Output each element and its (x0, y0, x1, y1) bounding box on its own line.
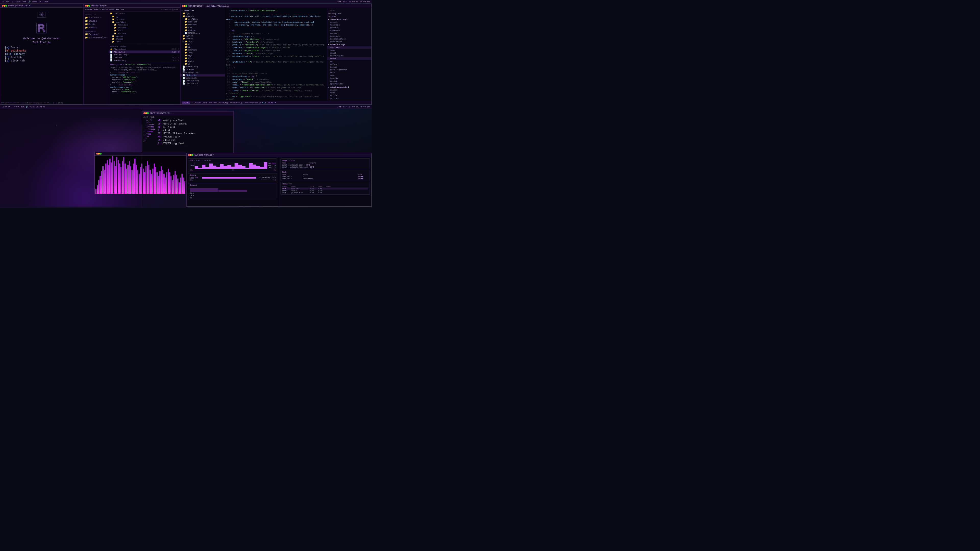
sidebar-external[interactable]: 📁 External (83, 33, 109, 36)
tree-personal[interactable]: 📁 personal (180, 23, 225, 26)
qute-menu-newtab[interactable]: [t] New tab (5, 56, 78, 59)
outline-font[interactable]: font (327, 74, 371, 77)
tree-user[interactable]: ▸ 📁 user (180, 40, 225, 43)
outline-defaultroamdir[interactable]: defaultRoamDir (327, 68, 371, 71)
outline-wm[interactable]: wm (327, 60, 371, 63)
tree-readme-profiles[interactable]: 📄 README.org (180, 32, 225, 35)
editor-min[interactable] (184, 5, 186, 7)
outline-wmtype[interactable]: wmType (327, 63, 371, 65)
outline-grubdevice[interactable]: grubDevice (327, 40, 371, 43)
tree-harden[interactable]: 📄 harden.sh (180, 76, 225, 79)
nf-max[interactable] (147, 112, 149, 114)
outline-username[interactable]: username (327, 46, 371, 49)
files-close-dot[interactable] (85, 5, 87, 6)
nf-user-val: emmet @ snowfire (163, 119, 183, 122)
outline-nx-name[interactable]: name (327, 91, 371, 94)
outline-locale[interactable]: locale (327, 32, 371, 35)
qute-menu-search[interactable]: [o] Search (5, 46, 78, 49)
outline-hostname[interactable]: hostname (327, 24, 371, 26)
editor-max[interactable] (186, 5, 187, 7)
tree-readme[interactable]: 📄 README.org (180, 65, 225, 68)
eq-min[interactable] (98, 153, 100, 155)
outline-pkgs[interactable]: ▸ pkgs (327, 100, 371, 101)
outline-description[interactable]: description (327, 12, 371, 15)
outline-nx-patches[interactable]: patches (327, 97, 371, 100)
tree-hardware[interactable]: 📁 hardware (180, 48, 225, 51)
outline-nx-system[interactable]: system (327, 89, 371, 91)
eq-bar (115, 166, 116, 194)
tree-pkgs[interactable]: 📁 pkgs (180, 54, 225, 57)
outline-email[interactable]: email (327, 52, 371, 54)
tree-install-sh[interactable]: 📄 install.sh (180, 82, 225, 85)
outline-spawneditor[interactable]: spawnEditor (327, 83, 371, 85)
files-toolbar: ~/home/emmet/.dotfiles/flake.nix rapidas… (83, 8, 180, 12)
outline-nixpkgs-patched[interactable]: ▸ nixpkgs-patched (327, 86, 371, 89)
tree-desktop-png[interactable]: 🖼 desktop.png (180, 71, 225, 74)
outline-outputs[interactable]: outputs (327, 15, 371, 18)
statusbar2-sep: | (11, 106, 13, 108)
close-dot[interactable] (2, 5, 3, 6)
tree-flake-nix[interactable]: 📄 flake.nix (180, 74, 225, 76)
htop-close[interactable] (188, 154, 190, 156)
sidebar-octave[interactable]: 📁 octave-work-~ (83, 36, 109, 39)
outline-usersettings[interactable]: ▾ userSettings (327, 43, 371, 46)
outline-name[interactable]: name (327, 49, 371, 52)
statusbar-wifi: 20% (22, 0, 26, 3)
eq-bar (159, 171, 160, 194)
tree-homelab[interactable]: 📁 home.lab (180, 21, 225, 23)
editor-close[interactable] (182, 5, 184, 7)
outline-theme[interactable]: theme (327, 57, 371, 60)
tree-git[interactable]: 📁 .git (180, 12, 225, 15)
outline-systemsettings[interactable]: ▸ systemSettings (327, 18, 371, 21)
tree-bin[interactable]: 📁 bin (180, 46, 225, 48)
files-min-dot[interactable] (87, 5, 89, 6)
qute-menu-history[interactable]: [S h] History (5, 52, 78, 56)
eq-max[interactable] (100, 153, 102, 155)
eq-bar (122, 161, 123, 194)
sidebar-documents[interactable]: 📁 Documents (83, 16, 109, 19)
min-dot[interactable] (3, 5, 5, 6)
tree-patches-root[interactable]: 📁 patches (180, 15, 225, 17)
eq-bar (134, 159, 135, 194)
outline-bootmode[interactable]: bootMode (327, 35, 371, 38)
sidebar-images[interactable]: 📁 Images (83, 19, 109, 23)
max-dot[interactable] (5, 5, 7, 6)
qute-menu-quickmarks[interactable]: [b] Quickmarks (5, 49, 78, 52)
nf-min[interactable] (145, 112, 147, 114)
sidebar-music[interactable]: 📁 Music (83, 23, 109, 26)
outline-profile[interactable]: profile (327, 26, 371, 29)
tree-wm[interactable]: 📁 wm (180, 62, 225, 65)
tree-work[interactable]: 📁 work (180, 26, 225, 29)
outline-bootmountpath[interactable]: bootMountPath (327, 38, 371, 40)
files-main-panel: 📁 .dotfiles 📁 .git 📁 patches 📁 profiles … (109, 12, 180, 104)
tree-lang[interactable]: 📁 lang (180, 51, 225, 54)
tree-style[interactable]: 📁 style (180, 60, 225, 62)
htop-min[interactable] (190, 154, 192, 156)
tree-themes[interactable]: 📁 themes (180, 37, 225, 40)
htop-max[interactable] (192, 154, 193, 156)
htop-left: CPU ~ 1.53 1.14 0.78 100% (186, 157, 279, 206)
eq-close[interactable] (96, 153, 98, 155)
outline-nx-editor[interactable]: editor (327, 94, 371, 97)
editor-code-area[interactable]: 1description = "Flake of LibrePhoenix"; … (225, 8, 327, 101)
tree-install-org[interactable]: 📄 install.org (180, 79, 225, 82)
outline-editor[interactable]: editor (327, 79, 371, 83)
outline-timezone[interactable]: timezone (327, 29, 371, 32)
qute-menu-closetab[interactable]: [x] Close tab (5, 59, 78, 62)
tree-worklab[interactable]: 📁 worklab (180, 29, 225, 32)
outline-browser[interactable]: browser (327, 65, 371, 68)
files-max-dot[interactable] (89, 5, 90, 6)
outline-dotfilesdir[interactable]: dotfilesDir (327, 54, 371, 57)
outline-fontpkg[interactable]: fontPkg (327, 77, 371, 79)
tree-shell[interactable]: 📁 shell (180, 57, 225, 60)
tree-profiles[interactable]: ▸ 📁 profiles (180, 17, 225, 21)
nf-close[interactable] (143, 112, 145, 114)
eq-bar (176, 175, 177, 194)
tree-license[interactable]: 📄 LICENSE (180, 68, 225, 71)
sidebar-videos[interactable]: 📁 Videos (83, 26, 109, 29)
tree-app[interactable]: 📁 app (180, 43, 225, 46)
outline-term[interactable]: term (327, 71, 371, 74)
outline-system[interactable]: system (327, 21, 371, 24)
statusbar2-battery: 100% (14, 106, 19, 108)
tree-system[interactable]: 📁 system (180, 35, 225, 37)
